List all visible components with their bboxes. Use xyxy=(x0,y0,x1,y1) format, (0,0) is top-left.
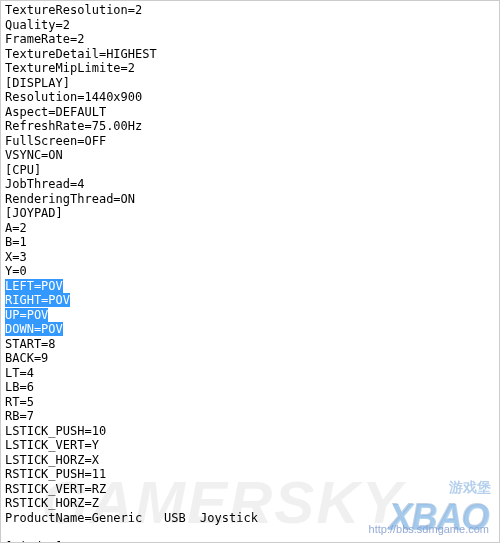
config-line[interactable]: LT=4 xyxy=(5,366,495,381)
selected-text[interactable]: RIGHT=POV xyxy=(5,293,70,307)
config-line[interactable]: [DISPLAY] xyxy=(5,76,495,91)
config-line[interactable] xyxy=(5,525,495,540)
config-line[interactable]: LSTICK_VERT=Y xyxy=(5,438,495,453)
config-line[interactable]: LB=6 xyxy=(5,380,495,395)
config-line[interactable]: VSYNC=ON xyxy=(5,148,495,163)
config-line[interactable]: LSTICK_PUSH=10 xyxy=(5,424,495,439)
config-line[interactable]: RT=5 xyxy=(5,395,495,410)
config-line[interactable]: RenderingThread=ON xyxy=(5,192,495,207)
selected-text[interactable]: DOWN=POV xyxy=(5,322,63,336)
selected-text[interactable]: UP=POV xyxy=(5,308,48,322)
config-line[interactable]: Quality=2 xyxy=(5,18,495,33)
config-line[interactable]: LSTICK_HORZ=X xyxy=(5,453,495,468)
config-line[interactable]: [JOYPAD] xyxy=(5,206,495,221)
config-line[interactable]: JobThread=4 xyxy=(5,177,495,192)
config-line[interactable]: TextureMipLimite=2 xyxy=(5,61,495,76)
config-line[interactable]: A=2 xyxy=(5,221,495,236)
config-line[interactable]: Aspect=DEFAULT xyxy=(5,105,495,120)
config-line[interactable]: X=3 xyxy=(5,250,495,265)
config-line[interactable]: TextureDetail=HIGHEST xyxy=(5,47,495,62)
config-line[interactable]: Y=0 xyxy=(5,264,495,279)
config-line[interactable]: ProductName=Generic USB Joystick xyxy=(5,511,495,526)
config-line[interactable]: FrameRate=2 xyxy=(5,32,495,47)
config-line[interactable]: DOWN=POV xyxy=(5,322,495,337)
config-line[interactable]: RefreshRate=75.00Hz xyxy=(5,119,495,134)
config-line[interactable]: UP=POV xyxy=(5,308,495,323)
config-line[interactable]: B=1 xyxy=(5,235,495,250)
config-line[interactable]: [Window] xyxy=(5,540,495,544)
config-line[interactable]: [CPU] xyxy=(5,163,495,178)
config-line[interactable]: BACK=9 xyxy=(5,351,495,366)
config-line[interactable]: RSTICK_VERT=RZ xyxy=(5,482,495,497)
config-line[interactable]: RB=7 xyxy=(5,409,495,424)
text-editor-content[interactable]: TextureResolution=2Quality=2FrameRate=2T… xyxy=(1,1,499,543)
config-line[interactable]: LEFT=POV xyxy=(5,279,495,294)
config-line[interactable]: Resolution=1440x900 xyxy=(5,90,495,105)
config-line[interactable]: TextureResolution=2 xyxy=(5,3,495,18)
config-line[interactable]: RSTICK_HORZ=Z xyxy=(5,496,495,511)
config-line[interactable]: START=8 xyxy=(5,337,495,352)
config-line[interactable]: FullScreen=OFF xyxy=(5,134,495,149)
config-line[interactable]: RIGHT=POV xyxy=(5,293,495,308)
config-line[interactable]: RSTICK_PUSH=11 xyxy=(5,467,495,482)
selected-text[interactable]: LEFT=POV xyxy=(5,279,63,293)
